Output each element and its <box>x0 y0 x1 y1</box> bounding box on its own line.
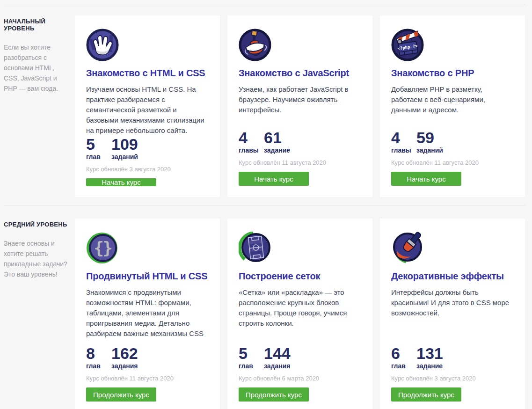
course-title[interactable]: Знакомство с PHP <box>391 68 514 79</box>
chapters-stat: 4 главы <box>239 129 264 154</box>
course-title[interactable]: Построение сеток <box>239 271 361 282</box>
chapters-stat: 8 глав <box>86 345 111 370</box>
chapters-label: глав <box>86 362 111 370</box>
course-title[interactable]: Знакомство с HTML и CSS <box>86 68 209 79</box>
course-description: Изучаем основы HTML и CSS. На практике р… <box>86 84 209 136</box>
sidebar-beginner: НАЧАЛЬНЫЙ УРОВЕНЬ Если вы хотите разобра… <box>4 15 71 94</box>
tasks-stat: 59 заданий <box>416 129 443 154</box>
tasks-stat: 144 задания <box>264 345 291 370</box>
section-description: Если вы хотите разобраться с основами HT… <box>4 42 71 94</box>
course-card-advanced-html-css: { } Продвинутый HTML и CSS Знакомимся с … <box>75 219 220 409</box>
continue-course-button[interactable]: Продолжить курс <box>86 387 156 402</box>
chapters-stat: 5 глав <box>86 136 111 161</box>
course-stats: 8 глав 162 задания <box>86 345 209 370</box>
course-description: Знакомимся с продвинутыми возможностям H… <box>86 287 209 345</box>
tasks-count: 109 <box>111 136 138 153</box>
course-description: «Сетка» или «раскладка» — это расположен… <box>239 287 361 345</box>
sidebar-intermediate: СРЕДНИЙ УРОВЕНЬ Знаете основы и хотите р… <box>4 219 71 279</box>
section-heading: СРЕДНИЙ УРОВЕНЬ <box>4 221 71 228</box>
course-stats: 6 глав 131 задание <box>391 345 514 370</box>
tasks-count: 162 <box>111 345 138 362</box>
course-stats: 5 глав 144 задания <box>239 345 361 370</box>
chapters-count: 8 <box>86 345 111 362</box>
tasks-label: задания <box>264 362 291 370</box>
section-beginner: НАЧАЛЬНЫЙ УРОВЕНЬ Если вы хотите разобра… <box>4 4 525 205</box>
chapters-stat: 6 глав <box>391 345 416 370</box>
course-card-decorative-effects: Декоративные эффекты Интерфейсы должны б… <box>380 219 525 409</box>
chapters-count: 5 <box>239 345 264 362</box>
course-card-grids: Построение сеток «Сетка» или «раскладка»… <box>227 219 372 409</box>
section-heading: НАЧАЛЬНЫЙ УРОВЕНЬ <box>4 18 71 32</box>
course-card-html-css-intro: Знакомство с HTML и CSS Изучаем основы H… <box>75 15 220 197</box>
tasks-count: 131 <box>416 345 443 362</box>
chapters-count: 4 <box>239 129 264 146</box>
course-description: Узнаем, как работает JavaScript в браузе… <box>239 84 361 129</box>
tasks-stat: 131 задание <box>416 345 443 370</box>
tasks-label: заданий <box>111 153 138 161</box>
tasks-count: 144 <box>264 345 291 362</box>
chapters-count: 5 <box>86 136 111 153</box>
course-description: Добавляем PHP в разметку, работаем с веб… <box>391 84 514 129</box>
grid-field-icon <box>239 232 271 264</box>
course-updated-date: Курс обновлён 11 августа 2020 <box>391 160 514 166</box>
chapters-label: глав <box>239 362 264 370</box>
chapters-label: главы <box>239 146 264 154</box>
course-title[interactable]: Продвинутый HTML и CSS <box>86 271 209 282</box>
course-updated-date: Курс обновлён 6 марта 2020 <box>239 375 361 382</box>
course-card-php-intro: <?php ?> Знакомство с PHP <box>380 15 525 197</box>
tasks-count: 59 <box>416 129 443 146</box>
tasks-label: задание <box>264 146 290 154</box>
vulcan-salute-icon <box>86 29 119 61</box>
chapters-stat: 4 главы <box>391 129 416 154</box>
paint-brush-icon <box>391 232 424 264</box>
spinning-top-icon <box>239 29 271 61</box>
course-updated-date: Курс обновлён 3 августа 2020 <box>391 375 514 382</box>
svg-text:}: } <box>102 238 113 257</box>
tasks-stat: 109 заданий <box>111 136 138 161</box>
course-title[interactable]: Декоративные эффекты <box>391 271 514 282</box>
chapters-label: главы <box>391 146 416 154</box>
curly-braces-icon: { } <box>86 232 119 264</box>
start-course-button[interactable]: Начать курс <box>86 178 156 186</box>
tasks-label: задание <box>416 362 443 370</box>
php-clapperboard-icon: <?php ?> <box>391 29 424 61</box>
start-course-button[interactable]: Начать курс <box>391 172 461 186</box>
tasks-stat: 61 задание <box>264 129 290 154</box>
chapters-stat: 5 глав <box>239 345 264 370</box>
course-updated-date: Курс обновлён 3 августа 2020 <box>86 166 209 173</box>
course-stats: 5 глав 109 заданий <box>86 136 209 161</box>
continue-course-button[interactable]: Продолжить курс <box>239 387 309 402</box>
course-title[interactable]: Знакомство с JavaScript <box>239 68 361 79</box>
section-intermediate: СРЕДНИЙ УРОВЕНЬ Знаете основы и хотите р… <box>4 205 525 409</box>
card-row: Знакомство с HTML и CSS Изучаем основы H… <box>75 15 525 197</box>
course-stats: 4 главы 59 заданий <box>391 129 514 154</box>
chapters-count: 4 <box>391 129 416 146</box>
tasks-label: заданий <box>416 146 443 154</box>
start-course-button[interactable]: Начать курс <box>239 172 309 186</box>
chapters-label: глав <box>391 362 416 370</box>
course-stats: 4 главы 61 задание <box>239 129 361 154</box>
tasks-stat: 162 задания <box>111 345 138 370</box>
continue-course-button[interactable]: Продолжить курс <box>391 387 461 402</box>
course-catalog-page: НАЧАЛЬНЫЙ УРОВЕНЬ Если вы хотите разобра… <box>0 0 532 409</box>
section-description: Знаете основы и хотите решать прикладные… <box>4 238 71 279</box>
tasks-label: задания <box>111 362 138 370</box>
course-description: Интерфейсы должны быть красивыми! И для … <box>391 287 514 345</box>
chapters-label: глав <box>86 153 111 161</box>
tasks-count: 61 <box>264 129 290 146</box>
card-row: { } Продвинутый HTML и CSS Знакомимся с … <box>75 219 525 409</box>
course-updated-date: Курс обновлён 11 августа 2020 <box>239 160 361 166</box>
chapters-count: 6 <box>391 345 416 362</box>
course-updated-date: Курс обновлён 11 августа 2020 <box>86 375 209 382</box>
course-card-javascript-intro: Знакомство с JavaScript Узнаем, как рабо… <box>227 15 372 197</box>
